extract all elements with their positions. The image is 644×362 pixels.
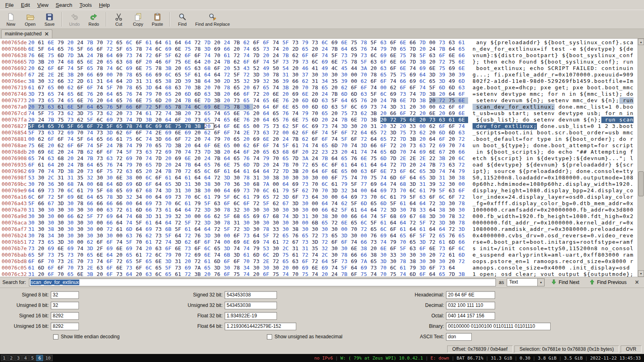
hex-byte[interactable]: 41 [312, 65, 322, 72]
hex-byte[interactable]: 3D [419, 239, 429, 245]
hex-byte[interactable]: 69 [253, 213, 263, 220]
ascii-char[interactable]: y [516, 91, 519, 97]
hex-byte[interactable]: 30 [87, 232, 97, 239]
hex-byte[interactable]: 70 [253, 187, 263, 194]
ascii-char[interactable]: x [562, 72, 566, 78]
hex-byte[interactable]: 6E [77, 91, 87, 97]
ascii-char[interactable]: 8 [623, 207, 626, 213]
hex-byte[interactable]: 6E [214, 142, 224, 149]
ascii-char[interactable]: s [580, 232, 584, 239]
hex-byte[interactable]: 62 [341, 200, 351, 207]
ascii-char[interactable]: l [512, 136, 516, 142]
ascii-char[interactable]: f [497, 200, 501, 207]
hex-byte[interactable]: 39 [439, 72, 448, 78]
hex-byte[interactable]: 5F [439, 187, 448, 194]
hex-byte[interactable]: 74 [233, 130, 243, 136]
ascii-char[interactable]: o [555, 39, 558, 46]
ascii-char[interactable]: _ [587, 207, 591, 213]
hex-byte[interactable]: 20 [58, 162, 67, 168]
hex-byte[interactable]: 74 [146, 136, 155, 142]
ascii-char[interactable]: h [616, 213, 619, 220]
hex-byte[interactable]: 63 [380, 39, 390, 46]
hex-byte[interactable]: 73 [253, 130, 263, 136]
hex-byte[interactable]: 3D [380, 258, 390, 265]
ascii-char[interactable]: o [601, 59, 605, 65]
ascii-char[interactable]: . [555, 123, 558, 130]
hex-byte[interactable]: 69 [449, 110, 458, 117]
hex-byte[interactable]: 32 [244, 78, 253, 84]
ascii-char[interactable]: s [519, 207, 523, 213]
ascii-char[interactable]: k [544, 252, 548, 258]
ascii-char[interactable]: y [573, 110, 576, 117]
ascii-char[interactable]: e [558, 149, 562, 155]
ascii-char[interactable]: n [480, 149, 483, 155]
ascii-char[interactable]: i [548, 187, 551, 194]
hex-byte[interactable]: 65 [272, 117, 282, 123]
hex-byte[interactable]: 20 [244, 84, 253, 91]
ascii-char[interactable]: e [480, 84, 483, 91]
ascii-char[interactable]: _ [494, 117, 497, 123]
hex-byte[interactable]: 65 [204, 110, 214, 117]
ascii-char[interactable]: u [609, 52, 612, 59]
ascii-char[interactable]: d [494, 162, 497, 168]
ascii-char[interactable]: _ [562, 59, 566, 65]
hex-byte[interactable]: 3D [410, 181, 419, 187]
ascii-char[interactable]: c [612, 245, 616, 252]
ascii-char[interactable]: g [569, 239, 573, 245]
hex-byte[interactable]: 72 [146, 52, 155, 59]
hex-byte[interactable]: 65 [97, 136, 106, 142]
hex-byte[interactable]: 6F [322, 168, 331, 175]
hex-byte[interactable]: 43 [244, 65, 253, 72]
hex-byte[interactable]: 6F [136, 39, 145, 46]
ascii-char[interactable]: p [562, 155, 566, 162]
hex-byte[interactable]: 20 [28, 117, 38, 123]
hex-byte[interactable]: 63 [175, 84, 184, 91]
hex-byte[interactable]: 66 [233, 91, 243, 97]
hex-byte[interactable]: 6C [116, 65, 126, 72]
ascii-char[interactable]: n [548, 110, 551, 117]
hex-byte[interactable]: 24 [106, 142, 116, 149]
ascii-char[interactable]: s [590, 110, 594, 117]
hex-byte[interactable]: 20 [283, 91, 292, 97]
hex-byte[interactable]: 64 [380, 162, 390, 168]
ascii-char[interactable]: c [508, 232, 512, 239]
hex-byte[interactable]: 30 [449, 72, 458, 78]
hex-byte[interactable]: 79 [351, 52, 361, 59]
hex-byte[interactable]: 6E [400, 65, 409, 72]
hex-byte[interactable]: 74 [331, 265, 341, 271]
ascii-char[interactable]: { [548, 39, 551, 46]
hex-byte[interactable]: 30 [458, 207, 468, 213]
hex-byte[interactable]: 00 [419, 123, 429, 130]
hex-byte[interactable]: 6E [458, 59, 468, 65]
ascii-char[interactable]: s [519, 232, 523, 239]
ascii-char[interactable]: s [598, 104, 601, 110]
hex-byte[interactable]: 72 [429, 200, 439, 207]
ascii-char[interactable] [626, 155, 630, 162]
ascii-char[interactable]: c [623, 117, 626, 123]
hex-byte[interactable]: 5F [224, 226, 233, 232]
hex-byte[interactable]: 65 [165, 181, 175, 187]
hex-byte[interactable]: 31 [302, 245, 312, 252]
ascii-char[interactable]: t [530, 149, 533, 155]
ascii-char[interactable]: t [541, 117, 544, 123]
ascii-char[interactable]: } [612, 46, 616, 52]
hex-byte[interactable]: 6F [419, 245, 429, 252]
ascii-char[interactable]: n [505, 245, 508, 252]
ascii-char[interactable]: t [548, 130, 551, 136]
ascii-char[interactable]: n [512, 65, 516, 72]
hex-byte[interactable]: 63 [370, 59, 380, 65]
ascii-char[interactable]: p [516, 142, 519, 149]
hex-byte[interactable]: 75 [233, 271, 243, 277]
ascii-char[interactable]: = [483, 200, 487, 207]
hex-byte[interactable]: 31 [292, 245, 302, 252]
ascii-char[interactable]: c [598, 59, 601, 65]
ascii-char[interactable]: r [501, 226, 505, 232]
hex-byte[interactable]: 74 [214, 117, 224, 123]
ascii-char[interactable]: d [494, 104, 497, 110]
hex-byte[interactable]: 30 [87, 220, 97, 226]
ascii-char[interactable]: . [519, 130, 523, 136]
hex-byte[interactable]: 30 [331, 72, 341, 78]
hex-byte[interactable]: 20 [302, 168, 312, 175]
hex-byte[interactable]: 32 [233, 207, 243, 213]
ascii-char[interactable]: d [587, 97, 591, 104]
